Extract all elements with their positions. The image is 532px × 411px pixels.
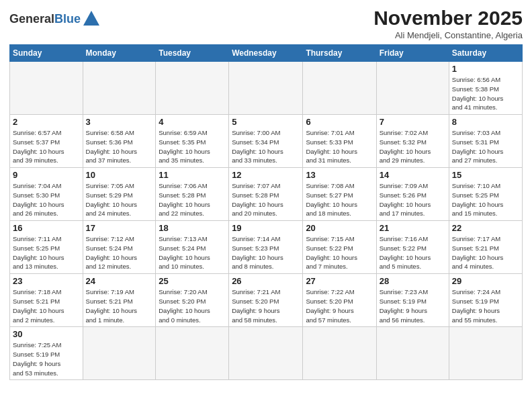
th-thursday: Thursday [303, 45, 376, 62]
table-row: 7Sunrise: 7:02 AM Sunset: 5:32 PM Daylig… [376, 115, 449, 168]
calendar-row: 2Sunrise: 6:57 AM Sunset: 5:37 PM Daylig… [10, 115, 523, 168]
logo-icon [82, 9, 101, 28]
table-row: 16Sunrise: 7:11 AM Sunset: 5:25 PM Dayli… [10, 221, 83, 274]
table-row: 6Sunrise: 7:01 AM Sunset: 5:33 PM Daylig… [303, 115, 376, 168]
table-row [303, 327, 376, 380]
day-number: 22 [452, 223, 519, 233]
table-row: 25Sunrise: 7:20 AM Sunset: 5:20 PM Dayli… [156, 274, 229, 327]
table-row [376, 327, 449, 380]
day-info: Sunrise: 7:05 AM Sunset: 5:29 PM Dayligh… [86, 181, 153, 218]
day-info: Sunrise: 6:57 AM Sunset: 5:37 PM Dayligh… [13, 128, 80, 165]
day-info: Sunrise: 7:13 AM Sunset: 5:24 PM Dayligh… [159, 234, 226, 271]
table-row: 26Sunrise: 7:21 AM Sunset: 5:20 PM Dayli… [229, 274, 303, 327]
table-row: 27Sunrise: 7:22 AM Sunset: 5:20 PM Dayli… [303, 274, 376, 327]
table-row: 15Sunrise: 7:10 AM Sunset: 5:25 PM Dayli… [449, 168, 522, 221]
day-number: 17 [86, 223, 153, 233]
day-number: 23 [13, 276, 80, 286]
day-number: 15 [452, 170, 519, 180]
table-row: 13Sunrise: 7:08 AM Sunset: 5:27 PM Dayli… [303, 168, 376, 221]
day-info: Sunrise: 7:02 AM Sunset: 5:32 PM Dayligh… [380, 128, 446, 165]
day-info: Sunrise: 7:11 AM Sunset: 5:25 PM Dayligh… [13, 234, 80, 271]
table-row: 20Sunrise: 7:15 AM Sunset: 5:22 PM Dayli… [303, 221, 376, 274]
day-info: Sunrise: 7:04 AM Sunset: 5:30 PM Dayligh… [13, 181, 80, 218]
day-info: Sunrise: 6:58 AM Sunset: 5:36 PM Dayligh… [86, 128, 153, 165]
table-row: 10Sunrise: 7:05 AM Sunset: 5:29 PM Dayli… [83, 168, 156, 221]
calendar-row: 16Sunrise: 7:11 AM Sunset: 5:25 PM Dayli… [10, 221, 523, 274]
th-tuesday: Tuesday [156, 45, 229, 62]
day-info: Sunrise: 7:08 AM Sunset: 5:27 PM Dayligh… [306, 181, 373, 218]
table-row [156, 327, 229, 380]
weekday-header-row: Sunday Monday Tuesday Wednesday Thursday… [10, 45, 523, 62]
day-number: 10 [86, 170, 153, 180]
day-number: 9 [13, 170, 80, 180]
day-number: 19 [232, 223, 300, 233]
table-row [10, 62, 83, 115]
svg-marker-0 [83, 11, 99, 26]
day-number: 3 [86, 117, 153, 127]
day-info: Sunrise: 7:06 AM Sunset: 5:28 PM Dayligh… [159, 181, 226, 218]
table-row: 1Sunrise: 6:56 AM Sunset: 5:38 PM Daylig… [449, 62, 522, 115]
day-info: Sunrise: 7:19 AM Sunset: 5:21 PM Dayligh… [86, 287, 153, 324]
day-info: Sunrise: 7:15 AM Sunset: 5:22 PM Dayligh… [306, 234, 373, 271]
table-row: 11Sunrise: 7:06 AM Sunset: 5:28 PM Dayli… [156, 168, 229, 221]
table-row: 21Sunrise: 7:16 AM Sunset: 5:22 PM Dayli… [376, 221, 449, 274]
day-info: Sunrise: 7:25 AM Sunset: 5:19 PM Dayligh… [13, 340, 80, 377]
th-wednesday: Wednesday [229, 45, 303, 62]
day-number: 26 [232, 276, 300, 286]
day-info: Sunrise: 7:24 AM Sunset: 5:19 PM Dayligh… [452, 287, 519, 324]
day-info: Sunrise: 6:56 AM Sunset: 5:38 PM Dayligh… [452, 75, 519, 112]
day-info: Sunrise: 7:22 AM Sunset: 5:20 PM Dayligh… [306, 287, 373, 324]
table-row [229, 62, 303, 115]
day-number: 8 [452, 117, 519, 127]
day-info: Sunrise: 6:59 AM Sunset: 5:35 PM Dayligh… [159, 128, 226, 165]
day-number: 4 [159, 117, 226, 127]
day-info: Sunrise: 7:18 AM Sunset: 5:21 PM Dayligh… [13, 287, 80, 324]
day-info: Sunrise: 7:10 AM Sunset: 5:25 PM Dayligh… [452, 181, 519, 218]
page: GeneralBlue November 2025 Ali Mendjeli, … [0, 0, 532, 411]
table-row: 19Sunrise: 7:14 AM Sunset: 5:23 PM Dayli… [229, 221, 303, 274]
table-row: 5Sunrise: 7:00 AM Sunset: 5:34 PM Daylig… [229, 115, 303, 168]
day-info: Sunrise: 7:16 AM Sunset: 5:22 PM Dayligh… [380, 234, 446, 271]
day-info: Sunrise: 7:17 AM Sunset: 5:21 PM Dayligh… [452, 234, 519, 271]
calendar-subtitle: Ali Mendjeli, Constantine, Algeria [373, 30, 523, 40]
table-row: 18Sunrise: 7:13 AM Sunset: 5:24 PM Dayli… [156, 221, 229, 274]
day-info: Sunrise: 7:12 AM Sunset: 5:24 PM Dayligh… [86, 234, 153, 271]
table-row [376, 62, 449, 115]
day-number: 1 [452, 64, 519, 74]
header: GeneralBlue November 2025 Ali Mendjeli, … [9, 7, 523, 40]
day-info: Sunrise: 7:20 AM Sunset: 5:20 PM Dayligh… [159, 287, 226, 324]
table-row [83, 62, 156, 115]
table-row: 29Sunrise: 7:24 AM Sunset: 5:19 PM Dayli… [449, 274, 522, 327]
table-row: 28Sunrise: 7:23 AM Sunset: 5:19 PM Dayli… [376, 274, 449, 327]
calendar-row: 30Sunrise: 7:25 AM Sunset: 5:19 PM Dayli… [10, 327, 523, 380]
day-number: 2 [13, 117, 80, 127]
day-number: 5 [232, 117, 300, 127]
day-number: 13 [306, 170, 373, 180]
day-info: Sunrise: 7:14 AM Sunset: 5:23 PM Dayligh… [232, 234, 300, 271]
day-number: 12 [232, 170, 300, 180]
calendar-table: Sunday Monday Tuesday Wednesday Thursday… [9, 44, 523, 380]
table-row: 12Sunrise: 7:07 AM Sunset: 5:28 PM Dayli… [229, 168, 303, 221]
table-row [303, 62, 376, 115]
day-info: Sunrise: 7:00 AM Sunset: 5:34 PM Dayligh… [232, 128, 300, 165]
day-number: 29 [452, 276, 519, 286]
th-sunday: Sunday [10, 45, 83, 62]
table-row: 14Sunrise: 7:09 AM Sunset: 5:26 PM Dayli… [376, 168, 449, 221]
day-info: Sunrise: 7:21 AM Sunset: 5:20 PM Dayligh… [232, 287, 300, 324]
day-info: Sunrise: 7:07 AM Sunset: 5:28 PM Dayligh… [232, 181, 300, 218]
table-row: 17Sunrise: 7:12 AM Sunset: 5:24 PM Dayli… [83, 221, 156, 274]
th-saturday: Saturday [449, 45, 522, 62]
table-row: 3Sunrise: 6:58 AM Sunset: 5:36 PM Daylig… [83, 115, 156, 168]
day-info: Sunrise: 7:23 AM Sunset: 5:19 PM Dayligh… [380, 287, 446, 324]
th-monday: Monday [83, 45, 156, 62]
day-info: Sunrise: 7:01 AM Sunset: 5:33 PM Dayligh… [306, 128, 373, 165]
day-number: 21 [380, 223, 446, 233]
day-number: 24 [86, 276, 153, 286]
calendar-title: November 2025 [373, 7, 523, 29]
table-row [449, 327, 522, 380]
calendar-row: 1Sunrise: 6:56 AM Sunset: 5:38 PM Daylig… [10, 62, 523, 115]
table-row: 4Sunrise: 6:59 AM Sunset: 5:35 PM Daylig… [156, 115, 229, 168]
day-number: 6 [306, 117, 373, 127]
day-number: 7 [380, 117, 446, 127]
logo-text: GeneralBlue [9, 13, 81, 25]
